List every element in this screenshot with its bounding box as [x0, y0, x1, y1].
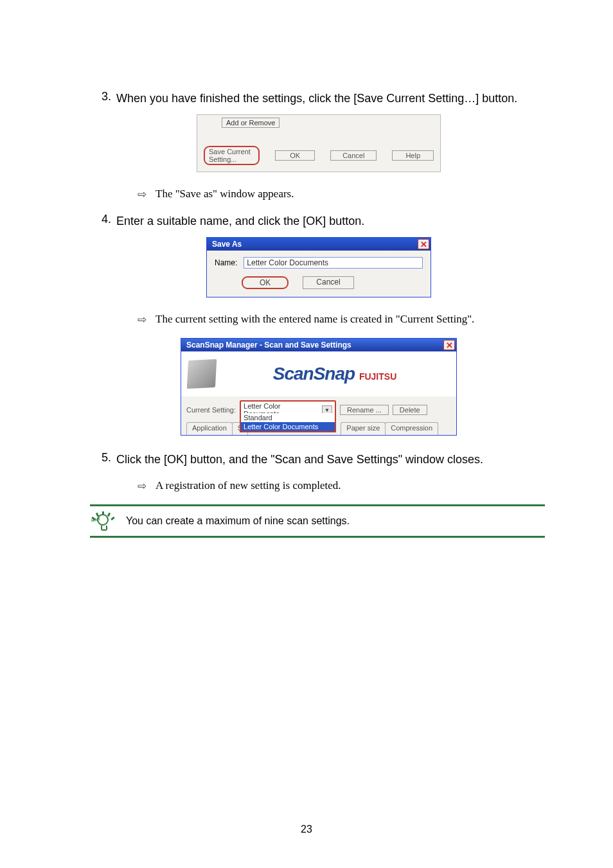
hint-text: You can create a maximum of nine scan se… [126, 515, 350, 527]
result-note-2-text: The current setting with the entered nam… [155, 313, 474, 326]
arrow-icon: ⇨ [138, 313, 147, 326]
name-field[interactable]: Letter Color Documents [244, 257, 423, 269]
arrow-icon: ⇨ [138, 479, 147, 493]
ok-button[interactable]: OK [242, 276, 289, 289]
page-number: 23 [0, 824, 613, 835]
save-as-title: Save As [212, 240, 242, 249]
result-note-3-text: A registration of new setting is complet… [155, 479, 341, 493]
cancel-button[interactable]: Cancel [303, 276, 353, 289]
step-3-number: 3. [102, 90, 111, 107]
result-note-3: ⇨ A registration of new setting is compl… [138, 479, 536, 493]
current-setting-options: Standard Letter Color Documents [240, 413, 336, 432]
fujitsu-brand: FUJITSU [359, 371, 396, 382]
save-current-setting-button[interactable]: Save Current Setting... [204, 146, 260, 165]
save-as-dialog: Save As ✕ Name: Letter Color Documents O… [206, 237, 431, 297]
step-5-text: Click the [OK] button, and the "Scan and… [116, 451, 536, 468]
rename-button[interactable]: Rename ... [340, 405, 389, 415]
step-4-text: Enter a suitable name, and click the [OK… [116, 213, 536, 229]
close-icon[interactable]: ✕ [418, 239, 429, 249]
step-3-text: When you have finished the settings, cli… [116, 90, 536, 107]
step-4-number: 4. [102, 213, 111, 229]
ok-button[interactable]: OK [275, 150, 315, 161]
step-5: 5. Click the [OK] button, and the "Scan … [102, 451, 536, 468]
result-note-1-text: The "Save as" window appears. [155, 188, 294, 201]
tab-application[interactable]: Application [186, 422, 233, 435]
current-setting-label: Current Setting: [186, 406, 236, 414]
scansnap-manager-dialog: ScanSnap Manager - Scan and Save Setting… [181, 338, 457, 436]
dropdown-option-letter-color[interactable]: Letter Color Documents [241, 422, 335, 431]
cancel-button[interactable]: Cancel [330, 150, 377, 161]
scansnap-logo-text: ScanSnap FUJITSU [220, 364, 450, 384]
dropdown-option-standard[interactable]: Standard [241, 413, 335, 422]
step-5-number: 5. [102, 451, 111, 468]
add-or-remove-button[interactable]: Add or Remove [222, 118, 280, 128]
scansnap-logo-icon [187, 359, 217, 389]
step-4: 4. Enter a suitable name, and click the … [102, 213, 536, 229]
delete-button[interactable]: Delete [393, 405, 427, 415]
step-3: 3. When you have finished the settings, … [102, 90, 536, 107]
scansnap-manager-title: ScanSnap Manager - Scan and Save Setting… [186, 341, 351, 350]
save-setting-dialog-partial: Add or Remove Save Current Setting... OK… [197, 114, 441, 172]
hint-bulb-icon: HINT [93, 511, 114, 531]
hint-box: HINT You can create a maximum of nine sc… [90, 504, 545, 538]
tab-paper-size[interactable]: Paper size [341, 422, 386, 435]
help-button[interactable]: Help [392, 150, 434, 161]
name-label: Name: [215, 258, 237, 267]
arrow-icon: ⇨ [138, 188, 147, 201]
result-note-2: ⇨ The current setting with the entered n… [138, 313, 536, 326]
tab-compression[interactable]: Compression [385, 422, 438, 435]
result-note-1: ⇨ The "Save as" window appears. [138, 188, 536, 201]
close-icon[interactable]: ✕ [443, 340, 455, 350]
